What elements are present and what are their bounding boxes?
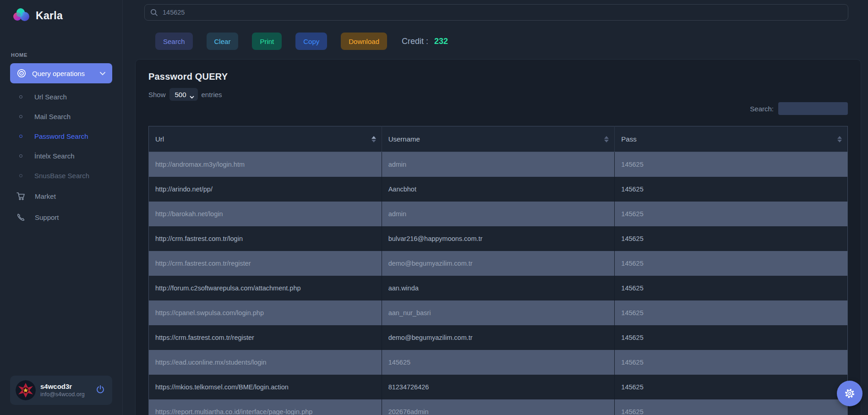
sidebar-item-mail-search[interactable]: Mail Search xyxy=(0,107,122,126)
table-row: http://andromax.m3y/login.htmadmin145625 xyxy=(149,152,848,177)
submenu-label: İntelx Search xyxy=(34,152,75,160)
sidebar-item-url-search[interactable]: Url Search xyxy=(0,87,122,107)
table-row: http://crm.fastrest.com.tr/loginbulvar21… xyxy=(149,226,848,251)
sidebar-item-query-operations[interactable]: Query operations xyxy=(10,63,112,83)
password-query-panel: Password QUERY Show 500 entries Search: xyxy=(135,59,861,415)
table-row: https://cpanel.swpulsa.com/login.phpaan_… xyxy=(149,300,848,325)
bullet-icon xyxy=(19,95,22,98)
sidebar-item-support[interactable]: Support xyxy=(0,207,122,228)
page-title: Password QUERY xyxy=(148,71,848,82)
table-cell: 145625 xyxy=(615,375,848,399)
cart-icon xyxy=(16,191,26,201)
print-button[interactable]: Print xyxy=(252,33,282,50)
table-cell: 81234726426 xyxy=(382,375,615,399)
table-cell: 145625 xyxy=(615,152,848,177)
clear-button[interactable]: Clear xyxy=(207,33,239,50)
results-table: Url Username Pass http://andromax.m3y/lo… xyxy=(148,126,848,415)
main-content: Search Clear Print Copy Download Credit … xyxy=(123,0,868,415)
table-cell: aan_nur_basri xyxy=(382,300,615,325)
column-header-pass[interactable]: Pass xyxy=(615,126,848,152)
table-cell: http://forum.c2softwarepulsa.com/attachm… xyxy=(149,276,382,300)
table-cell: http://arindo.net/pp/ xyxy=(149,177,382,202)
table-cell: 145625 xyxy=(382,350,615,375)
table-filter: Search: xyxy=(148,102,848,115)
avatar xyxy=(16,380,36,400)
table-cell: https://report.multiartha.co.id/interfac… xyxy=(149,399,382,415)
gear-icon xyxy=(844,388,856,399)
credit-value: 232 xyxy=(434,37,448,46)
toolbar: Search Clear Print Copy Download Credit … xyxy=(155,33,848,50)
bullet-icon xyxy=(19,115,22,118)
entries-label: entries xyxy=(202,91,222,98)
chevron-down-icon xyxy=(99,71,106,76)
table-header-row: Url Username Pass xyxy=(149,126,848,152)
bullet-icon xyxy=(19,174,22,177)
table-cell: demo@begumyazilim.com.tr xyxy=(382,251,615,276)
section-label-home: HOME xyxy=(0,52,122,58)
column-label: Url xyxy=(155,135,164,143)
credit-label: Credit : xyxy=(402,37,428,46)
settings-fab[interactable] xyxy=(837,381,863,406)
submenu-label: Mail Search xyxy=(34,113,71,120)
table-row: https://mkios.telkomsel.com/BME/login.ac… xyxy=(149,375,848,399)
table-cell: 145625 xyxy=(615,300,848,325)
page-length-select[interactable]: 500 xyxy=(169,88,198,101)
table-cell: bulvar216@happymoons.com.tr xyxy=(382,226,615,251)
sidebar-item-market[interactable]: Market xyxy=(0,186,122,207)
sidebar-item-snusbase-search[interactable]: SnusBase Search xyxy=(0,166,122,186)
copy-button[interactable]: Copy xyxy=(295,33,327,50)
credit: Credit : 232 xyxy=(402,37,448,46)
download-button[interactable]: Download xyxy=(341,33,387,50)
sort-asc-icon xyxy=(371,136,376,142)
table-cell: https://crm.fastrest.com.tr/register xyxy=(149,325,382,350)
power-icon[interactable] xyxy=(94,383,107,398)
table-cell: 145625 xyxy=(615,177,848,202)
table-cell: 145625 xyxy=(615,251,848,276)
global-search-input[interactable] xyxy=(163,9,842,16)
table-cell: http://barokah.net/login xyxy=(149,202,382,226)
table-cell: demo@begumyazilim.com.tr xyxy=(382,325,615,350)
sidebar: Karla HOME Query operations Url Search M… xyxy=(0,0,123,415)
table-cell: http://crm.fastrest.com.tr/register xyxy=(149,251,382,276)
submenu-label: Url Search xyxy=(34,93,67,101)
column-header-url[interactable]: Url xyxy=(149,126,382,152)
bullet-icon xyxy=(19,154,22,158)
table-cell: http://crm.fastrest.com.tr/login xyxy=(149,226,382,251)
table-cell: 145625 xyxy=(615,226,848,251)
show-label: Show xyxy=(148,91,166,98)
table-cell: http://andromax.m3y/login.htm xyxy=(149,152,382,177)
global-search-bar[interactable] xyxy=(144,4,848,21)
submenu: Url Search Mail Search Password Search İ… xyxy=(0,87,122,186)
column-header-username[interactable]: Username xyxy=(382,126,615,152)
search-button[interactable]: Search xyxy=(155,33,193,50)
table-cell: admin xyxy=(382,202,615,226)
sidebar-item-label: Query operations xyxy=(32,70,99,77)
sidebar-item-intelx-search[interactable]: İntelx Search xyxy=(0,146,122,166)
table-search-label: Search: xyxy=(750,105,774,113)
column-label: Username xyxy=(388,135,420,143)
user-card: s4wcod3r info@s4wcod.org xyxy=(10,376,112,405)
table-cell: admin xyxy=(382,152,615,177)
user-meta: s4wcod3r info@s4wcod.org xyxy=(40,382,94,398)
bullseye-icon xyxy=(16,68,27,78)
sidebar-item-password-search[interactable]: Password Search xyxy=(0,126,122,146)
nav-label: Market xyxy=(35,192,56,200)
bullet-icon xyxy=(19,135,22,138)
table-row: https://report.multiartha.co.id/interfac… xyxy=(149,399,848,415)
sort-icon xyxy=(837,136,842,142)
submenu-label: Password Search xyxy=(34,132,88,140)
table-row: http://forum.c2softwarepulsa.com/attachm… xyxy=(149,276,848,300)
table-search-input[interactable] xyxy=(778,102,848,115)
table-cell: https://ead.uconline.mx/students/login xyxy=(149,350,382,375)
table-cell: Aancbhot xyxy=(382,177,615,202)
results-tbody: http://andromax.m3y/login.htmadmin145625… xyxy=(149,152,848,415)
page-length-control: Show 500 entries xyxy=(148,88,848,101)
table-row: http://crm.fastrest.com.tr/registerdemo@… xyxy=(149,251,848,276)
user-name: s4wcod3r xyxy=(40,382,94,391)
table-row: http://arindo.net/pp/Aancbhot145625 xyxy=(149,177,848,202)
karla-logo-icon xyxy=(13,7,31,24)
table-cell: 145625 xyxy=(615,350,848,375)
search-icon xyxy=(150,9,158,16)
table-cell: 145625 xyxy=(615,399,848,415)
nav-label: Support xyxy=(35,213,59,221)
